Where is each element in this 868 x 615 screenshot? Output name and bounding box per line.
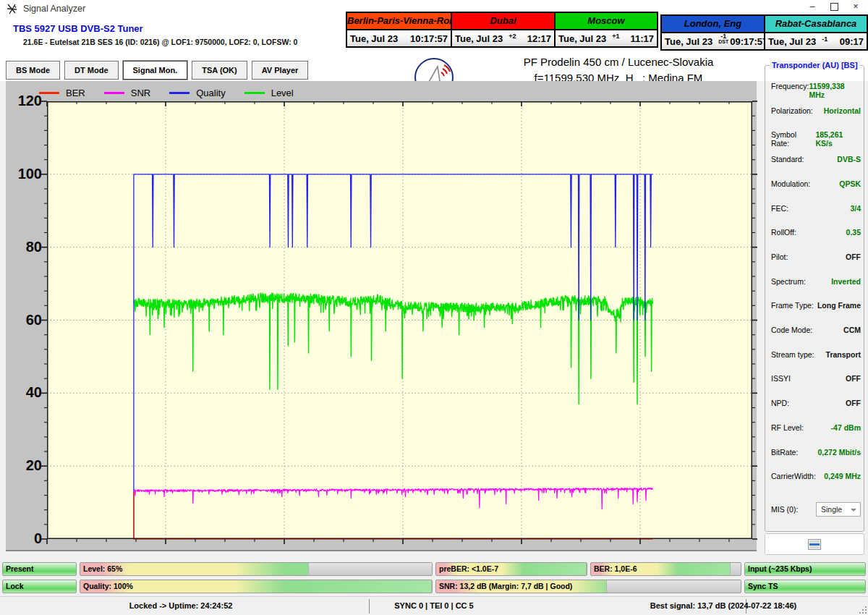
transponder-row-value: Horizontal bbox=[824, 106, 861, 116]
transponder-row-label: Frequency: bbox=[771, 82, 809, 92]
transponder-row-value: 185,261 KS/s bbox=[815, 130, 861, 140]
chart-panel: BERSNRQualityLevel 020406080100120 bbox=[6, 81, 757, 551]
tab-bs-mode[interactable]: BS Mode bbox=[6, 61, 60, 80]
legend-item-level: Level bbox=[244, 88, 294, 98]
clock-time-row: Tue, Jul 23+111:17 bbox=[556, 30, 657, 46]
transport-list-button[interactable] bbox=[765, 533, 864, 555]
transponder-row-label: Polarization: bbox=[771, 106, 813, 116]
chevron-down-icon bbox=[851, 509, 856, 512]
tab-dt-mode[interactable]: DT Mode bbox=[64, 61, 118, 80]
transponder-row-value: CCM bbox=[843, 326, 861, 336]
world-clocks-group-1: Berlin-Paris-Vienna-RomaTue, Jul 2310:17… bbox=[346, 12, 658, 48]
transponder-row-value: 0,272 Mbit/s bbox=[817, 448, 861, 458]
transponder-row-label: Standard: bbox=[771, 155, 804, 165]
legend-label: BER bbox=[66, 88, 85, 98]
tuner-subtitle: 21.6E - Eutelsat 21B SES 16 (ID: 0216) @… bbox=[23, 38, 297, 46]
transponder-row-value: OFF bbox=[846, 253, 861, 263]
window-title: Signal Analyzer bbox=[23, 4, 85, 14]
legend-item-quality: Quality bbox=[169, 88, 225, 98]
list-icon bbox=[808, 539, 821, 550]
transponder-row: BitRate:0,272 Mbit/s bbox=[771, 448, 861, 458]
transponder-row-label: RF Level: bbox=[771, 423, 804, 433]
transponder-row: CarrierWidth:0,249 MHz bbox=[771, 472, 861, 482]
y-axis-tick-label: 100 bbox=[9, 166, 42, 182]
tuner-title: TBS 5927 USB DVB-S2 Tuner bbox=[13, 23, 143, 34]
transponder-row-value: 0,249 MHz bbox=[824, 472, 861, 482]
clock-city: Moscow bbox=[556, 13, 657, 30]
transponder-row-label: RollOff: bbox=[771, 228, 796, 238]
statusbar-separator bbox=[369, 599, 370, 614]
transponder-panel: Transponder (AU) [BS] Frequency:11599,33… bbox=[765, 65, 864, 532]
clock-city: Dubai bbox=[452, 13, 554, 30]
minimize-button[interactable]: – bbox=[801, 0, 823, 14]
transponder-row-label: Modulation: bbox=[771, 179, 810, 190]
y-axis-tick-label: 60 bbox=[9, 312, 42, 328]
y-axis-tick-label: 0 bbox=[9, 530, 42, 547]
statusbar-lock-uptime: Locked -> Uptime: 24:24:52 bbox=[129, 601, 233, 610]
transponder-title: Transponder (AU) [BS] bbox=[770, 61, 860, 69]
tab-tsa-ok-[interactable]: TSA (OK) bbox=[192, 61, 247, 80]
clock-date: Tue, Jul 23 bbox=[558, 33, 606, 44]
transponder-row-value: -47 dBm bbox=[831, 423, 861, 433]
transponder-row-value: Long Frame bbox=[817, 301, 861, 311]
y-axis-tick-label: 80 bbox=[9, 239, 42, 255]
y-axis-tick-label: 120 bbox=[9, 93, 42, 109]
clock-city: London, Eng bbox=[662, 16, 764, 33]
transponder-row: Spectrum:Inverted bbox=[771, 277, 861, 287]
transponder-row-value: 11599,338 MHz bbox=[809, 82, 861, 92]
input-indicator: Input (~235 Kbps) bbox=[744, 562, 866, 576]
legend-label: SNR bbox=[131, 88, 150, 98]
mis-label: MIS (0): bbox=[771, 505, 798, 514]
clock-time: 09:17 bbox=[840, 36, 864, 47]
transponder-row: ISSYIOFF bbox=[771, 374, 861, 384]
legend-line-swatch bbox=[169, 92, 190, 94]
maximize-icon bbox=[830, 3, 838, 11]
statusbar-best-signal: Best signal: 13,7 dB (2024-07-22 18:46) bbox=[650, 601, 796, 610]
transponder-row-label: NPD: bbox=[771, 399, 789, 409]
clock-time-row: Tue, Jul 23-109:17 bbox=[765, 33, 867, 49]
clock-time: 12:17 bbox=[527, 33, 551, 44]
clock-utc-offset: -1DST bbox=[718, 34, 728, 44]
close-button[interactable]: × bbox=[845, 0, 867, 14]
y-axis-tick-label: 40 bbox=[9, 384, 42, 401]
clock-time-row: Tue, Jul 2310:17:57 bbox=[347, 30, 451, 46]
legend-line-swatch bbox=[244, 92, 265, 94]
transponder-row-label: Symbol Rate: bbox=[771, 130, 815, 140]
transponder-row: RF Level:-47 dBm bbox=[771, 423, 861, 433]
transponder-row-label: ISSYI bbox=[771, 374, 791, 384]
clock-time: 11:17 bbox=[630, 33, 654, 44]
transponder-row: NPD:OFF bbox=[771, 399, 861, 409]
clock-time: 09:17:57 bbox=[730, 36, 767, 47]
sync-ts-indicator: Sync TS bbox=[744, 580, 866, 593]
tab-av-player[interactable]: AV Player bbox=[252, 61, 309, 80]
tab-signal-mon-[interactable]: Signal Mon. bbox=[123, 61, 188, 80]
clock-time-row: Tue, Jul 23-1DST09:17:57 bbox=[662, 33, 764, 49]
transponder-row-label: CarrierWidth: bbox=[771, 472, 816, 482]
mis-dropdown[interactable]: Single bbox=[816, 502, 861, 517]
statusbar-sync-counters: SYNC 0 | TEI 0 | CC 5 bbox=[394, 601, 473, 610]
transponder-row-label: Code Mode: bbox=[771, 326, 812, 336]
world-clocks-group-2: London, EngTue, Jul 23-1DST09:17:57Rabat… bbox=[660, 14, 868, 51]
signal-plot bbox=[47, 101, 752, 539]
status-bar: Locked -> Uptime: 24:24:52 SYNC 0 | TEI … bbox=[0, 596, 868, 615]
transponder-row-label: FEC: bbox=[771, 204, 788, 214]
quality-meter: Quality: 100% bbox=[80, 580, 433, 593]
transponder-row-label: Frame Type: bbox=[771, 301, 814, 311]
transponder-row: Frequency:11599,338 MHz bbox=[771, 82, 861, 92]
maximize-button[interactable] bbox=[823, 0, 845, 14]
satellite-dish-icon bbox=[6, 3, 19, 16]
clock-berlin-paris-vienna-roma: Berlin-Paris-Vienna-RomaTue, Jul 2310:17… bbox=[346, 12, 451, 48]
transponder-row: Pilot:OFF bbox=[771, 253, 861, 263]
transponder-row-value: OFF bbox=[846, 374, 861, 384]
clock-date: Tue, Jul 23 bbox=[455, 33, 503, 44]
clock-utc-offset: +2 bbox=[509, 34, 516, 39]
snr-meter: SNR: 13,2 dB (Margin: 7,7 dB | Good) bbox=[435, 580, 741, 593]
clock-rabat-casablanca: Rabat-CasablancaTue, Jul 23-109:17 bbox=[765, 14, 868, 51]
clock-dubai: DubaiTue, Jul 23+212:17 bbox=[451, 12, 555, 48]
transponder-row-value: Transport bbox=[826, 350, 861, 360]
legend-line-swatch bbox=[104, 92, 124, 94]
site-line1: PF Prodelin 450 cm / Lucenec-Slovakia bbox=[474, 54, 763, 70]
resize-grip[interactable] bbox=[858, 605, 867, 614]
clock-date: Tue, Jul 23 bbox=[768, 36, 816, 47]
legend-item-snr: SNR bbox=[104, 88, 150, 98]
